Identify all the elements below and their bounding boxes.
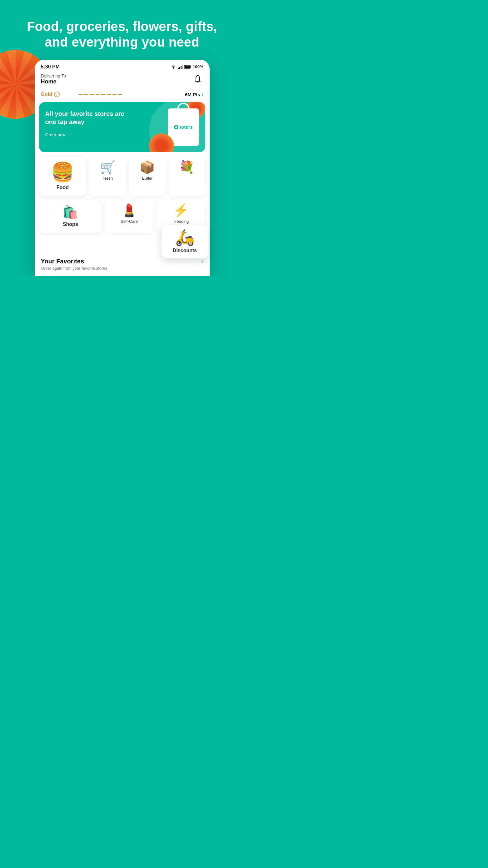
butler-label: Butler xyxy=(142,176,152,181)
status-time: 5:30 PM xyxy=(41,64,60,70)
header: Delivering To Home xyxy=(35,72,210,89)
gold-text: Gold xyxy=(41,92,52,97)
favorites-info: Your Favorites Order again from your fav… xyxy=(41,258,107,271)
location-label: Home xyxy=(41,79,66,85)
gold-bar[interactable]: Gold i xyxy=(35,89,210,102)
discounts-icon: 🛵 xyxy=(175,230,195,245)
gold-dash-1 xyxy=(79,94,83,95)
notification-button[interactable] xyxy=(192,73,203,85)
gold-info-icon[interactable]: i xyxy=(54,92,60,97)
status-bar: 5:30 PM xyxy=(35,60,210,72)
self-care-label: Self-Care xyxy=(121,219,138,224)
favorites-title: Your Favorites xyxy=(41,258,107,265)
hero-section: Food, groceries, flowers, gifts, and eve… xyxy=(0,0,244,276)
banner-text: All your favorite stores are one tap awa… xyxy=(45,110,130,126)
bag-logo: toters xyxy=(174,124,193,130)
category-flowers[interactable]: 💐 xyxy=(169,157,205,196)
svg-rect-1 xyxy=(178,68,179,69)
bell-icon xyxy=(194,75,202,84)
gold-progress xyxy=(79,94,122,95)
delivery-info: Delivering To Home xyxy=(41,73,66,85)
gold-points[interactable]: 6M Pts › xyxy=(185,91,203,98)
svg-rect-4 xyxy=(182,65,183,69)
phone-mockup: 5:30 PM xyxy=(35,60,210,276)
svg-point-0 xyxy=(173,68,174,69)
hero-title: Food, groceries, flowers, gifts, and eve… xyxy=(0,0,244,60)
svg-rect-2 xyxy=(179,67,180,69)
svg-rect-3 xyxy=(181,66,182,69)
butler-icon: 📦 xyxy=(139,161,155,174)
category-discounts[interactable]: 🛵 Discounts xyxy=(161,225,208,258)
discounts-label: Discounts xyxy=(173,248,197,253)
banner[interactable]: All your favorite stores are one tap awa… xyxy=(39,102,205,152)
fresh-label: Fresh xyxy=(102,176,113,181)
shops-label: Shops xyxy=(63,221,78,227)
category-food[interactable]: 🍔 Food xyxy=(39,157,87,196)
gold-dash-2 xyxy=(84,94,88,95)
flowers-icon: 💐 xyxy=(179,161,195,174)
fresh-icon: 🛒 xyxy=(100,161,116,174)
gold-dash-4 xyxy=(95,94,100,95)
gold-dash-8 xyxy=(118,94,122,95)
food-label: Food xyxy=(57,185,69,190)
trending-icon: ⚡ xyxy=(173,204,189,217)
food-icon: 🍔 xyxy=(51,163,74,182)
gold-left: Gold i xyxy=(41,92,122,97)
phone-screen: 5:30 PM xyxy=(35,60,210,276)
svg-rect-6 xyxy=(190,66,191,67)
battery-percent: 100% xyxy=(193,64,203,69)
wifi-icon xyxy=(171,65,176,69)
shops-icon: 🛍️ xyxy=(62,206,78,218)
battery-icon xyxy=(184,65,191,69)
favorites-subtitle: Order again from your favorite stores xyxy=(41,266,107,271)
gold-dash-3 xyxy=(90,94,94,95)
signal-icon xyxy=(178,65,183,69)
delivering-to-label: Delivering To xyxy=(41,73,66,79)
gold-label: Gold i xyxy=(41,92,60,97)
category-butler[interactable]: 📦 Butler xyxy=(129,157,165,196)
svg-rect-7 xyxy=(185,66,190,68)
category-fresh[interactable]: 🛒 Fresh xyxy=(89,157,126,196)
status-icons: 100% xyxy=(171,64,203,69)
favorites-header: Your Favorites Order again from your fav… xyxy=(41,258,203,271)
trending-label: Trending xyxy=(173,219,189,224)
categories-grid: 🍔 Food 🛒 Fresh 📦 Butler 💐 xyxy=(39,157,205,249)
gold-dash-7 xyxy=(112,94,117,95)
category-self-care[interactable]: 💄 Self-Care xyxy=(105,200,153,234)
category-row-1: 🍔 Food 🛒 Fresh 📦 Butler 💐 xyxy=(39,157,205,196)
gold-dash-5 xyxy=(101,94,105,95)
svg-point-10 xyxy=(175,126,177,128)
gold-dash-6 xyxy=(106,94,111,95)
toters-logo-icon xyxy=(174,125,179,130)
favorites-chevron-icon[interactable]: › xyxy=(201,258,203,265)
self-care-icon: 💄 xyxy=(122,204,137,217)
category-shops[interactable]: 🛍️ Shops xyxy=(39,200,102,234)
